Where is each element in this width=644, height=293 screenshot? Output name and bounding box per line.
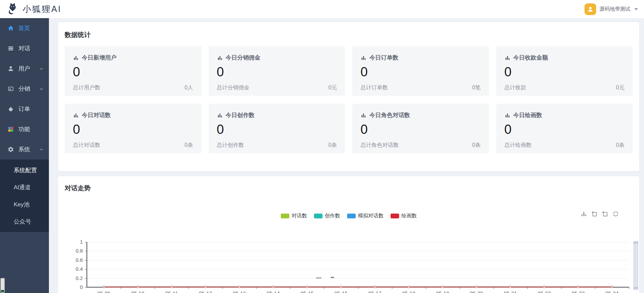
sidebar-item-money-bag[interactable]: 订单 <box>0 99 49 119</box>
sidebar-subitem[interactable]: Key池 <box>0 196 49 213</box>
sidebar-item-gear[interactable]: 系统 <box>0 139 49 160</box>
bar-chart-icon <box>73 112 79 118</box>
wallet-icon <box>8 86 14 92</box>
stat-card-value: 0 <box>504 123 625 137</box>
stat-card-title-text: 今日角色对话数 <box>369 111 410 119</box>
x-axis-label: 05-18 <box>395 290 422 293</box>
sidebar-item-user[interactable]: 用户 <box>0 59 49 79</box>
stat-card: 今日创作数0总计创作数0条 <box>209 104 345 153</box>
x-axis-label: 05-15 <box>293 290 321 293</box>
render-artifact-dash <box>331 277 334 278</box>
datazoom-vertical-slider[interactable] <box>633 242 638 289</box>
stat-card-title: 今日收款金额 <box>504 54 625 62</box>
stat-card-footer: 总计订单数0笔 <box>360 84 481 91</box>
chart-gridline <box>87 278 629 279</box>
datazoom-handle[interactable] <box>633 241 638 244</box>
x-axis-label: 05-23 <box>564 290 592 293</box>
sidebar-subitem[interactable]: 公众号 <box>0 213 49 230</box>
chevron-down-icon <box>39 67 43 71</box>
sidebar-item-apps[interactable]: 功能 <box>0 119 49 139</box>
legend-item-模拟对话数[interactable]: 模拟对话数 <box>347 213 384 219</box>
stat-total-value: 0元 <box>328 84 337 91</box>
bar-chart-icon <box>360 112 367 118</box>
line-chart-plot[interactable]: 10.80.60.40.2005-0905-1005-1105-1205-130… <box>87 242 629 287</box>
x-axis-label: 05-14 <box>260 290 287 293</box>
chevron-down-icon <box>39 87 43 91</box>
x-axis-label: 05-19 <box>429 290 456 293</box>
floating-widget-artifact <box>0 278 5 293</box>
user-icon <box>8 65 14 72</box>
list-icon <box>8 45 14 52</box>
bar-chart-icon <box>360 55 367 61</box>
stat-card-title: 今日订单数 <box>360 54 481 62</box>
data-point-marker <box>374 286 376 288</box>
user-name: 源码地带测试 <box>600 6 630 12</box>
stat-card-footer: 总计绘画数0条 <box>504 142 625 149</box>
x-axis-tick <box>256 287 257 289</box>
x-axis-tick <box>629 287 629 289</box>
download-icon[interactable] <box>580 211 587 217</box>
stat-total-value: 0条 <box>472 142 481 149</box>
x-axis-label: 05-16 <box>327 290 355 293</box>
legend-label: 创作数 <box>325 213 340 219</box>
data-point-marker <box>136 286 139 288</box>
stat-total-value: 0人 <box>185 84 193 91</box>
y-axis-label: 0.8 <box>68 248 83 254</box>
data-point-marker <box>509 286 512 288</box>
bar-chart-icon <box>504 55 511 61</box>
data-point-marker <box>103 286 105 288</box>
sidebar-subitem[interactable]: AI通道 <box>0 179 49 196</box>
sidebar-item-label: 对话 <box>18 44 30 52</box>
chevron-up-icon <box>39 148 43 152</box>
sidebar-item-wallet[interactable]: 分销 <box>0 79 49 99</box>
user-menu[interactable]: 源码地带测试 <box>584 3 638 15</box>
datazoom-handle[interactable] <box>633 287 638 290</box>
legend-item-绘画数[interactable]: 绘画数 <box>391 213 417 219</box>
stat-total-label: 总计用户数 <box>73 84 100 91</box>
y-axis-label: 0 <box>68 284 83 290</box>
zoom-select-icon[interactable] <box>591 211 598 217</box>
stat-card-title-text: 今日新增用户 <box>82 54 117 62</box>
x-axis-tick <box>324 287 324 289</box>
stat-card-footer: 总计角色对话数0条 <box>360 142 481 149</box>
sidebar-item-home[interactable]: 首页 <box>0 18 49 38</box>
x-axis-label: 05-13 <box>226 290 253 293</box>
legend-label: 模拟对话数 <box>358 213 384 219</box>
refresh-icon[interactable] <box>612 211 619 217</box>
stat-card: 今日绘画数0总计绘画数0条 <box>496 104 633 153</box>
stat-total-value: 0元 <box>616 84 625 91</box>
stat-card: 今日收款金额0总计收款0元 <box>496 46 633 96</box>
apps-icon <box>8 126 14 132</box>
stats-panel: 数据统计 今日新增用户0总计用户数0人今日分销佣金0总计分销佣金0元今日订单数0… <box>58 22 639 171</box>
legend-swatch <box>347 214 356 218</box>
stat-total-label: 总计创作数 <box>217 142 244 149</box>
data-point-marker <box>577 286 579 288</box>
data-point-marker <box>442 286 444 288</box>
stat-total-value: 0笔 <box>472 84 481 91</box>
stat-card-title: 今日创作数 <box>217 111 337 119</box>
data-point-marker <box>272 286 274 288</box>
legend-item-创作数[interactable]: 创作数 <box>314 213 340 219</box>
y-axis-label: 0.2 <box>68 275 83 281</box>
stat-card-title: 今日新增用户 <box>73 54 193 62</box>
x-axis-label: 05-09 <box>90 290 118 293</box>
x-axis-tick <box>358 287 358 289</box>
x-axis-label: 05-12 <box>192 290 219 293</box>
stat-card-value: 0 <box>73 65 193 79</box>
user-avatar <box>584 3 596 15</box>
data-point-marker <box>306 286 308 288</box>
gear-icon <box>8 146 14 153</box>
stat-card-value: 0 <box>217 65 337 79</box>
zoom-restore-icon[interactable] <box>602 211 608 217</box>
x-axis-label: 05-17 <box>361 290 389 293</box>
sidebar-nav: 首页对话用户分销订单功能系统系统配置AI通道Key池公众号 <box>0 18 49 293</box>
x-axis-tick <box>155 287 155 289</box>
y-axis-line <box>87 242 87 287</box>
bar-chart-icon <box>217 112 223 118</box>
stat-card-value: 0 <box>504 65 625 79</box>
sidebar-item-list[interactable]: 对话 <box>0 38 49 59</box>
sidebar-subitem[interactable]: 系统配置 <box>0 162 49 179</box>
sidebar-submenu: 系统配置AI通道Key池公众号 <box>0 160 49 232</box>
data-point-marker <box>408 286 410 288</box>
legend-item-对话数[interactable]: 对话数 <box>281 213 307 219</box>
